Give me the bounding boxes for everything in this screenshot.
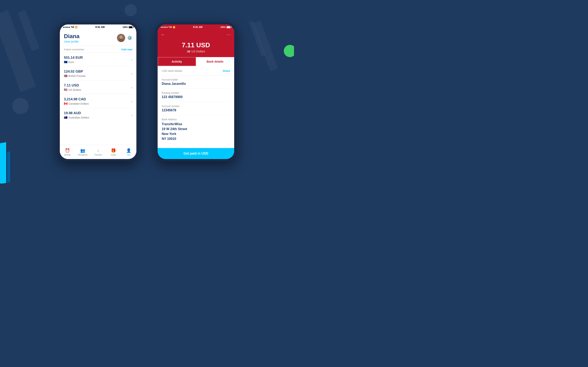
routing-number-label: Routing number bbox=[162, 92, 230, 94]
share-button[interactable]: Share bbox=[223, 69, 230, 72]
signal-dot-2 bbox=[65, 27, 66, 28]
currency-item-eur-left: 501.14 EUR 🇪🇺 Euro bbox=[64, 56, 83, 64]
eur-flag: 🇪🇺 bbox=[64, 60, 67, 64]
left-status-bar: TW 📶 9:41 AM 100% bbox=[60, 25, 136, 30]
account-holder-label: Account holder bbox=[162, 78, 230, 81]
left-phone-screen: TW 📶 9:41 AM 100% Diana View profile bbox=[60, 25, 136, 159]
bank-address-value: TransferWise19 W 24th StreetNew YorkNY 1… bbox=[162, 122, 230, 141]
more-options-icon[interactable]: ··· bbox=[227, 33, 231, 37]
right-phone-screen: TW 📶 9:41 AM 100% ← ··· 7.11 USD bbox=[158, 25, 234, 159]
settings-icon[interactable]: ⚙️ bbox=[127, 35, 132, 40]
currency-item-cad-left: 3,214.98 CAD 🇨🇦 Canadian Dollars bbox=[64, 97, 89, 105]
gbp-name: British Pounds bbox=[68, 75, 86, 77]
currency-item-gbp[interactable]: 124.02 GBP 🇬🇧 British Pounds › bbox=[60, 67, 136, 81]
detail-account-holder: Account holder Diana Jaramillo bbox=[162, 75, 230, 89]
right-signal-dots bbox=[161, 27, 168, 28]
currency-item-aud[interactable]: 19.98 AUD 🇦🇺 Australian Dollars › bbox=[60, 108, 136, 122]
left-header: Diana View profile ⚙️ bbox=[60, 30, 136, 45]
right-signal-dot-5 bbox=[167, 27, 168, 28]
signal-dot-5 bbox=[69, 27, 70, 28]
bank-details-header: USD bank details Share bbox=[162, 69, 230, 75]
user-name: Diana bbox=[64, 33, 79, 40]
currency-item-usd-left: 7.11 USD 🇺🇸 US Dollars bbox=[64, 83, 81, 91]
currency-item-usd[interactable]: 7.11 USD 🇺🇸 US Dollars › bbox=[60, 81, 136, 94]
invite-label: Invite bbox=[111, 154, 116, 156]
cad-amount: 3,214.98 CAD bbox=[64, 97, 89, 101]
eur-name-row: 🇪🇺 Euro bbox=[64, 60, 83, 64]
right-battery-percent: 100% bbox=[220, 26, 226, 28]
currency-item-cad[interactable]: 3,214.98 CAD 🇨🇦 Canadian Dollars › bbox=[60, 94, 136, 108]
gbp-chevron-icon: › bbox=[131, 72, 132, 75]
signal-dots bbox=[63, 27, 70, 28]
cad-name: Canadian Dollars bbox=[68, 102, 89, 105]
balance-amount: 7.11 USD bbox=[162, 42, 230, 49]
left-battery-area: 100% bbox=[122, 26, 133, 28]
bank-address-label: Bank Address bbox=[162, 118, 230, 121]
view-profile-link[interactable]: View profile bbox=[64, 40, 79, 43]
signal-dot-4 bbox=[67, 27, 68, 28]
currency-item-gbp-left: 124.02 GBP 🇬🇧 British Pounds bbox=[64, 69, 86, 77]
signal-dot-1 bbox=[63, 27, 64, 28]
usd-flag: 🇺🇸 bbox=[64, 88, 67, 91]
user-info: Diana View profile bbox=[64, 33, 79, 43]
add-new-button[interactable]: Add new bbox=[121, 48, 132, 51]
usd-balance-flag: 🇺🇸 bbox=[187, 50, 190, 53]
left-status-left: TW 📶 bbox=[63, 26, 77, 28]
invite-icon: 🎁 bbox=[111, 148, 116, 153]
tab-activity[interactable]: Activity bbox=[158, 57, 196, 66]
right-carrier-label: TW bbox=[168, 26, 172, 28]
nav-transfer[interactable]: ↕️ Transfer bbox=[90, 145, 106, 159]
left-time: 9:41 AM bbox=[95, 26, 105, 29]
gbp-amount: 124.02 GBP bbox=[64, 69, 86, 74]
battery-percent: 100% bbox=[122, 26, 128, 28]
battery-icon bbox=[129, 26, 133, 28]
transfer-label: Transfer bbox=[94, 154, 102, 156]
eur-amount: 501.14 EUR bbox=[64, 56, 83, 60]
nav-recipients[interactable]: 👥 Recipients bbox=[75, 145, 90, 159]
detail-routing-number: Routing number 123 45678900 bbox=[162, 89, 230, 102]
usd-amount: 7.11 USD bbox=[64, 83, 81, 87]
avatar[interactable] bbox=[117, 34, 125, 42]
detail-account-number: Account number 12345678 bbox=[162, 102, 230, 115]
right-signal-dot-4 bbox=[165, 27, 166, 28]
right-phone: TW 📶 9:41 AM 100% ← ··· 7.11 USD bbox=[155, 22, 237, 161]
cad-chevron-icon: › bbox=[131, 100, 132, 103]
aud-name-row: 🇦🇺 Australian Dollars bbox=[64, 116, 89, 119]
active-currencies-label: Active currencies bbox=[64, 48, 84, 51]
right-battery-area: 100% bbox=[220, 26, 231, 28]
cad-flag: 🇨🇦 bbox=[64, 102, 67, 105]
nav-invite[interactable]: 🎁 Invite bbox=[106, 145, 121, 159]
get-paid-button[interactable]: Get paid in USD bbox=[158, 148, 234, 159]
signal-dot-3 bbox=[66, 27, 67, 28]
balance-section: 7.11 USD 🇺🇸 US Dollars bbox=[158, 39, 234, 57]
right-nav-bar: ← ··· bbox=[158, 30, 234, 39]
tab-bank-details[interactable]: Bank details bbox=[196, 57, 234, 66]
balance-currency-row: 🇺🇸 US Dollars bbox=[162, 50, 230, 53]
currency-item-aud-left: 19.98 AUD 🇦🇺 Australian Dollars bbox=[64, 111, 89, 119]
left-phone: TW 📶 9:41 AM 100% Diana View profile bbox=[57, 22, 139, 161]
balance-currency-name: US Dollars bbox=[191, 50, 205, 53]
aud-name: Australian Dollars bbox=[68, 116, 89, 119]
aud-amount: 19.98 AUD bbox=[64, 111, 89, 115]
gbp-name-row: 🇬🇧 British Pounds bbox=[64, 74, 86, 77]
bank-details-section-title: USD bank details bbox=[162, 69, 182, 72]
back-button[interactable]: ← bbox=[161, 32, 165, 37]
right-wifi-icon: 📶 bbox=[173, 26, 175, 28]
eur-name: Euro bbox=[68, 60, 74, 64]
usd-chevron-icon: › bbox=[131, 86, 132, 89]
currency-item-eur[interactable]: 501.14 EUR 🇪🇺 Euro › bbox=[60, 53, 136, 67]
bottom-nav: ⏰ Activity 👥 Recipients ↕️ Transfer 🎁 In… bbox=[60, 145, 136, 159]
activity-label: Activity bbox=[64, 154, 71, 156]
usd-name-row: 🇺🇸 US Dollars bbox=[64, 88, 81, 91]
aud-chevron-icon: › bbox=[131, 113, 132, 117]
nav-activity[interactable]: ⏰ Activity bbox=[60, 145, 75, 159]
right-status-bar: TW 📶 9:41 AM 100% bbox=[158, 25, 234, 30]
account-number-label: Account number bbox=[162, 105, 230, 108]
activity-icon: ⏰ bbox=[65, 148, 70, 153]
phones-wrapper: TW 📶 9:41 AM 100% Diana View profile bbox=[0, 0, 294, 184]
recipients-label: Recipients bbox=[78, 154, 87, 156]
nav-you[interactable]: 👤 You bbox=[121, 145, 136, 159]
right-battery-fill bbox=[227, 26, 230, 28]
right-signal-dot-2 bbox=[162, 27, 163, 28]
tabs-bar: Activity Bank details bbox=[158, 57, 234, 66]
